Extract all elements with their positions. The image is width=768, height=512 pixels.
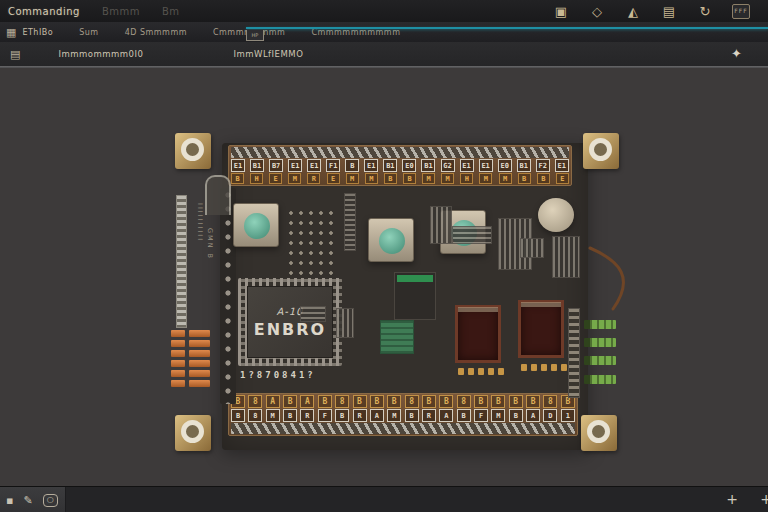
pin-label: E1 bbox=[460, 159, 474, 172]
pin-label: E bbox=[556, 173, 569, 184]
standoff-top-right bbox=[583, 133, 619, 169]
diamond-icon[interactable]: ◇ bbox=[588, 4, 606, 19]
pin-label: 8 bbox=[248, 409, 262, 422]
pin-label: 8 bbox=[543, 395, 557, 408]
pin-label: E1 bbox=[288, 159, 302, 172]
metal-bracket bbox=[205, 175, 231, 215]
grid-icon[interactable]: ▦ bbox=[6, 26, 16, 39]
smd-component bbox=[430, 206, 452, 244]
mini-tab[interactable]: HP bbox=[246, 30, 264, 41]
smd-component bbox=[344, 193, 356, 251]
smd-component bbox=[520, 238, 544, 258]
top-pin-labels-gold: BHEMREMMBBMMHMMBBE bbox=[231, 173, 569, 184]
pin-label: F2 bbox=[536, 159, 550, 172]
pin-label: B bbox=[335, 409, 349, 422]
ellipse-tool-icon[interactable]: ○ bbox=[43, 494, 58, 507]
top-pin-labels-white: E1B1B7E1E1F1BE1B1E0B1G2E1E1E0B1F2E1 bbox=[231, 159, 569, 172]
smd-component bbox=[552, 236, 580, 278]
prism-icon[interactable]: ◭ bbox=[624, 4, 642, 19]
image-canvas[interactable]: E1B1B7E1E1F1BE1B1E0B1G2E1E1E0B1F2E1 BHEM… bbox=[0, 68, 768, 486]
tactile-button-1 bbox=[233, 203, 279, 247]
toolbar: ▦ EThIBoSum4D SmmmmmCmmmmmmmmCmmmmmmmmmm… bbox=[0, 22, 768, 42]
pen-icon[interactable]: ✎ bbox=[23, 495, 32, 506]
crosshair-icon-edge: + bbox=[760, 491, 768, 507]
green-connector-1 bbox=[584, 320, 616, 329]
fff-badge[interactable]: FFF bbox=[732, 4, 750, 19]
star-icon[interactable]: ✦ bbox=[731, 46, 742, 61]
pin-label: B bbox=[405, 409, 419, 422]
subbar-items: Immmommmm0I0 ImmWLfIEMMO bbox=[58, 49, 303, 59]
pin-label: H bbox=[250, 173, 263, 184]
pin-label: B bbox=[439, 395, 453, 408]
top-pin-header: E1B1B7E1E1F1BE1B1E0B1G2E1E1E0B1F2E1 BHEM… bbox=[228, 145, 572, 186]
screw-hole bbox=[589, 138, 612, 161]
silkscreen-vertical-text-a: IIIIIIIIII bbox=[196, 203, 204, 323]
app-window: Commanding Bmmm Bm ▣ ◇ ◭ ▤ ↻ FFF ▦ EThIB… bbox=[0, 0, 768, 512]
via-dot-grid bbox=[286, 208, 336, 276]
pin-label: B bbox=[370, 395, 384, 408]
silkscreen-text: 1?870841? bbox=[240, 370, 370, 380]
swatch-icon[interactable]: ▪ bbox=[6, 495, 13, 506]
pin-label: M bbox=[479, 173, 492, 184]
standoff-top-left bbox=[175, 133, 211, 169]
pin-label: F bbox=[474, 409, 488, 422]
pin-label: B bbox=[387, 395, 401, 408]
subbar: ▤ Immmommmm0I0 ImmWLfIEMMO ✦ bbox=[0, 42, 768, 66]
pin-label: B bbox=[422, 395, 436, 408]
file-icon[interactable]: ▤ bbox=[10, 48, 20, 61]
pin-metal-row bbox=[231, 423, 575, 434]
menubar: Commanding Bmmm Bm ▣ ◇ ◭ ▤ ↻ FFF bbox=[0, 0, 768, 22]
orange-pad-column-a bbox=[171, 330, 185, 387]
smd-component bbox=[336, 308, 354, 338]
pin-label: B bbox=[384, 173, 397, 184]
green-label bbox=[397, 275, 433, 282]
pin-label: B bbox=[474, 395, 488, 408]
pin-label: B bbox=[457, 409, 471, 422]
pin-label: M bbox=[266, 409, 280, 422]
pin-label: F1 bbox=[326, 159, 340, 172]
pin-label: M bbox=[346, 173, 359, 184]
toolbar-tab[interactable]: 4D Smmmmm bbox=[125, 28, 187, 37]
pin-label: 1 bbox=[561, 409, 575, 422]
menu-item-2[interactable]: Bmmm bbox=[102, 6, 140, 17]
pin-label: D bbox=[543, 409, 557, 422]
subbar-label-2[interactable]: ImmWLfIEMMO bbox=[233, 49, 303, 59]
rotate-object-icon[interactable]: ↻ bbox=[696, 4, 714, 19]
menu-item-commanding[interactable]: Commanding bbox=[8, 6, 80, 17]
pin-label: G2 bbox=[441, 159, 455, 172]
green-connector-4 bbox=[584, 375, 616, 384]
pin-label: B bbox=[509, 395, 523, 408]
pin-label: 8 bbox=[405, 395, 419, 408]
green-chip bbox=[380, 320, 414, 354]
pin-label: B bbox=[283, 409, 297, 422]
picture-icon[interactable]: ▤ bbox=[660, 4, 678, 19]
pin-label: M bbox=[441, 173, 454, 184]
pin-label: B bbox=[518, 173, 531, 184]
bottom-pin-header: B8ABAB8BBB8BB8BBBB8B B8MBRFBRAMBRABFMBAD… bbox=[228, 393, 578, 436]
pin-label: E0 bbox=[498, 159, 512, 172]
pin-label: B bbox=[491, 395, 505, 408]
crosshair-icon[interactable]: + bbox=[726, 491, 738, 507]
pin-label: B7 bbox=[269, 159, 283, 172]
pin-label: B1 bbox=[250, 159, 264, 172]
smd-component bbox=[452, 226, 492, 244]
tool-panel: ▪ ✎ ○ bbox=[0, 487, 66, 512]
pin-label: R bbox=[300, 409, 314, 422]
pin-label: E0 bbox=[402, 159, 416, 172]
solder-pads bbox=[521, 364, 567, 371]
pin-label: E1 bbox=[479, 159, 493, 172]
green-connector-2 bbox=[584, 338, 616, 347]
standoff-bottom-left bbox=[175, 415, 211, 451]
standoff-bottom-right bbox=[581, 415, 617, 451]
pin-label: A bbox=[266, 395, 280, 408]
toolbar-tab[interactable]: EThIBo bbox=[22, 28, 53, 37]
framed-image-icon[interactable]: ▣ bbox=[552, 4, 570, 19]
menu-item-3[interactable]: Bm bbox=[162, 6, 180, 17]
toolbar-tab[interactable]: Sum bbox=[79, 28, 98, 37]
pin-label: B bbox=[353, 395, 367, 408]
pad-column bbox=[568, 308, 580, 398]
round-component bbox=[538, 198, 574, 232]
main-chip: A-10 ENBRO bbox=[238, 278, 342, 366]
statusbar: ▪ ✎ ○ + + bbox=[0, 486, 768, 512]
subbar-label-1[interactable]: Immmommmm0I0 bbox=[58, 49, 143, 59]
